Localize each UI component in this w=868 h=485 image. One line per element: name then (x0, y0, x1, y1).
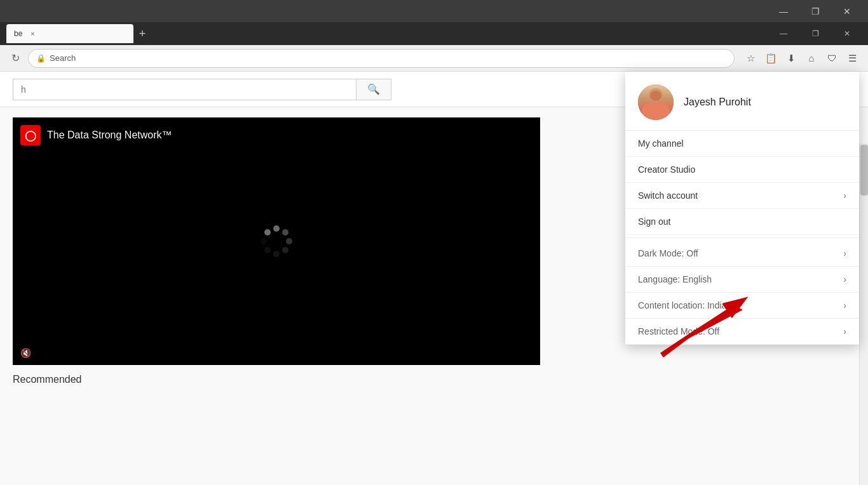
dropdown-item-restricted-mode[interactable]: Restricted Mode: Off › (625, 319, 859, 345)
loading-spinner (257, 222, 295, 260)
dropdown-item-language[interactable]: Language: English › (625, 267, 859, 293)
tab-bar: be × + — ❐ ✕ (0, 22, 868, 45)
home-button[interactable]: ⌂ (802, 49, 821, 68)
svg-point-3 (282, 247, 288, 253)
title-bar-controls: — ❐ ✕ (769, 23, 862, 45)
scrollbar[interactable] (859, 143, 868, 485)
svg-point-4 (273, 251, 280, 257)
creator-studio-label: Creator Studio (638, 164, 695, 175)
dropdown-item-creator-studio[interactable]: Creator Studio (625, 157, 859, 183)
restricted-mode-label: Restricted Mode: Off (638, 326, 719, 336)
channel-name: The Data Strong Network™ (47, 130, 172, 141)
youtube-search-input[interactable] (13, 79, 356, 100)
dropdown-item-dark-mode[interactable]: Dark Mode: Off › (625, 241, 859, 267)
toolbar-icons: ☆ 📋 ⬇ ⌂ 🛡 ☰ (741, 49, 862, 68)
svg-point-6 (261, 238, 267, 244)
titlebar-maximize[interactable]: ❐ (801, 23, 830, 45)
titlebar-minimize[interactable]: — (769, 23, 798, 45)
active-tab[interactable]: be × (6, 24, 133, 43)
address-bar-row: ↻ 🔒 Search ☆ 📋 ⬇ ⌂ 🛡 ☰ (0, 45, 868, 72)
my-channel-label: My channel (638, 138, 684, 149)
avatar-image (638, 84, 674, 120)
address-box[interactable]: 🔒 Search (28, 49, 735, 68)
close-button[interactable]: ✕ (832, 0, 862, 22)
titlebar-close[interactable]: ✕ (832, 23, 862, 45)
tab-close-button[interactable]: × (27, 29, 37, 39)
tab-title: be (14, 29, 22, 38)
language-chevron: › (843, 274, 846, 284)
svg-point-2 (286, 238, 292, 244)
switch-account-chevron: › (843, 190, 846, 201)
content-location-chevron: › (843, 300, 846, 310)
dropdown-item-sign-out[interactable]: Sign out (625, 209, 859, 235)
dropdown-item-my-channel[interactable]: My channel (625, 131, 859, 157)
menu-button[interactable]: ☰ (843, 49, 862, 68)
minimize-button[interactable]: — (769, 0, 798, 22)
address-text: Search (50, 53, 76, 63)
mute-icon: 🔇 (20, 348, 31, 358)
video-title-bar: ◯ The Data Strong Network™ (13, 117, 540, 153)
content-location-label: Content location: India (638, 300, 726, 310)
dark-mode-label: Dark Mode: Off (638, 248, 698, 258)
user-name: Jayesh Purohit (684, 96, 751, 108)
bookmark-button[interactable]: ☆ (741, 49, 760, 68)
download-button[interactable]: ⬇ (782, 49, 801, 68)
security-icon: 🔒 (36, 54, 46, 63)
channel-logo: ◯ (20, 125, 41, 145)
youtube-search-button[interactable]: 🔍 (356, 79, 391, 100)
recommended-label: Recommended (13, 374, 855, 385)
language-label: Language: English (638, 274, 712, 284)
dropdown-header: Jayesh Purohit (625, 72, 859, 131)
video-controls: 🔇 (20, 347, 31, 359)
svg-point-5 (264, 247, 271, 253)
dark-mode-chevron: › (843, 248, 846, 258)
svg-point-1 (282, 229, 288, 236)
restricted-mode-chevron: › (843, 326, 846, 336)
switch-account-label: Switch account (638, 190, 698, 201)
reload-button[interactable]: ↻ (6, 50, 24, 67)
dropdown-item-switch-account[interactable]: Switch account › (625, 183, 859, 209)
dropdown-divider (625, 237, 859, 238)
scrollbar-thumb[interactable] (860, 145, 868, 196)
reader-button[interactable]: 📋 (761, 49, 780, 68)
new-tab-button[interactable]: + (133, 25, 151, 43)
dropdown-item-content-location[interactable]: Content location: India › (625, 293, 859, 319)
video-player[interactable]: ◯ The Data Strong Network™ (13, 117, 540, 365)
shield-button[interactable]: 🛡 (822, 49, 841, 68)
search-icon: 🔍 (367, 83, 380, 95)
maximize-button[interactable]: ❐ (801, 0, 830, 22)
svg-point-0 (273, 225, 280, 232)
sign-out-label: Sign out (638, 216, 670, 227)
dropdown-menu: Jayesh Purohit My channel Creator Studio… (625, 72, 859, 345)
svg-point-7 (264, 229, 271, 236)
user-avatar (638, 84, 674, 120)
window-controls[interactable]: — ❐ ✕ (769, 0, 862, 22)
browser-titlebar: — ❐ ✕ (0, 0, 868, 22)
